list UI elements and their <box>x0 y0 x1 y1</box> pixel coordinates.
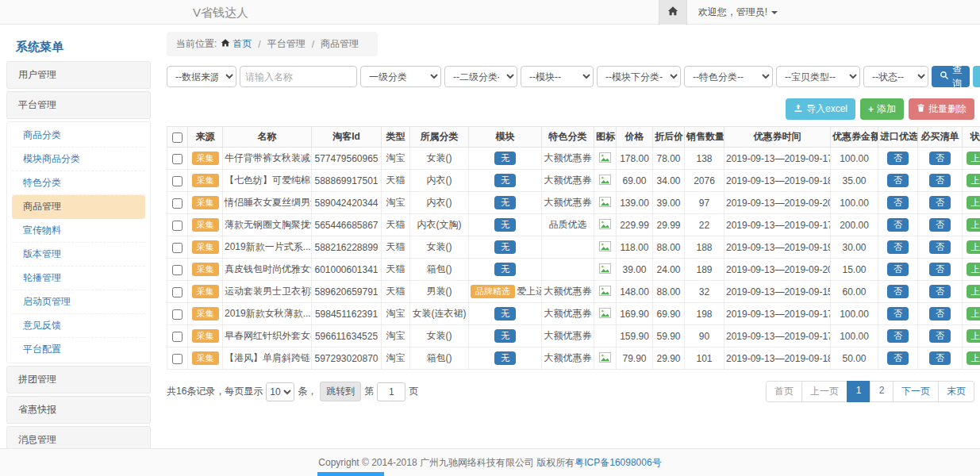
imported-toggle[interactable]: 否 <box>887 285 909 298</box>
sidebar-item-4[interactable]: 省惠快报 <box>6 396 151 424</box>
must-buy-toggle[interactable]: 否 <box>929 263 951 276</box>
discount-price: 88.00 <box>653 281 685 303</box>
imported-toggle[interactable]: 否 <box>887 152 909 165</box>
taoke-id: 589620659791 <box>312 281 382 303</box>
page-button-首页[interactable]: 首页 <box>766 381 802 402</box>
product-type: 淘宝 <box>382 148 410 170</box>
filter-select-7[interactable]: --状态-- <box>863 66 928 87</box>
coupon-amount: 100.00 <box>831 303 878 325</box>
status-badge[interactable]: 上架 <box>967 240 980 254</box>
sidebar-subitem[interactable]: 商品分类 <box>12 124 145 148</box>
must-buy-toggle[interactable]: 否 <box>929 240 951 254</box>
status-badge[interactable]: 上架 <box>967 307 980 321</box>
status-badge[interactable]: 上架 <box>967 285 980 298</box>
sidebar-item-1[interactable]: 用户管理 <box>6 61 151 89</box>
status-badge[interactable]: 上架 <box>967 329 980 343</box>
status-badge[interactable]: 上架 <box>967 351 980 365</box>
row-checkbox[interactable] <box>172 332 183 342</box>
import-excel-button[interactable]: 导入excel <box>786 98 855 120</box>
row-checkbox[interactable] <box>172 265 183 275</box>
row-checkbox[interactable] <box>172 221 183 231</box>
product-category: 男装() <box>410 281 469 303</box>
module-badge: 无 <box>494 174 516 187</box>
row-checkbox[interactable] <box>172 354 183 364</box>
sidebar-subitem[interactable]: 轮播管理 <box>12 267 145 290</box>
per-page-select[interactable]: 10 <box>266 382 294 401</box>
page-button-2[interactable]: 2 <box>870 381 894 402</box>
filter-select-1[interactable]: 一级分类 <box>360 66 441 87</box>
status-badge[interactable]: 上架 <box>967 174 980 187</box>
filter-select-3[interactable]: --模块-- <box>521 66 594 87</box>
row-checkbox[interactable] <box>172 309 183 320</box>
product-category: 内衣() <box>410 192 469 214</box>
imported-toggle[interactable]: 否 <box>887 307 909 321</box>
must-buy-toggle[interactable]: 否 <box>929 218 951 232</box>
sidebar-item-3[interactable]: 拼团管理 <box>6 366 151 393</box>
imported-toggle[interactable]: 否 <box>887 240 909 254</box>
status-badge[interactable]: 上架 <box>967 196 980 209</box>
filter-select-5[interactable]: --特色分类-- <box>684 66 773 87</box>
must-buy-toggle[interactable]: 否 <box>929 152 951 165</box>
thumbnail-icon <box>599 286 611 296</box>
header-home-button[interactable] <box>659 0 687 25</box>
must-buy-toggle[interactable]: 否 <box>929 307 951 321</box>
page-jump-input[interactable] <box>377 382 405 401</box>
source-badge: 采集 <box>192 196 219 209</box>
table-row: 采集2019新款女秋薄款...598451162391淘宝女装(连衣裙)无大额优… <box>167 303 980 325</box>
page-button-上一页[interactable]: 上一页 <box>801 381 847 402</box>
reset-button[interactable]: 重置 <box>973 66 980 87</box>
must-buy-toggle[interactable]: 否 <box>929 329 951 343</box>
must-buy-toggle[interactable]: 否 <box>929 285 951 298</box>
breadcrumb-home-link[interactable]: 首页 <box>221 37 252 51</box>
sidebar-subitem[interactable]: 启动页管理 <box>12 290 145 314</box>
coupon-time: 2019-09-13—2019-09-20 <box>724 259 831 281</box>
jump-button[interactable]: 跳转到 <box>320 382 361 401</box>
imported-toggle[interactable]: 否 <box>887 174 909 187</box>
sales-count: 97 <box>685 192 724 214</box>
imported-toggle[interactable]: 否 <box>887 351 909 365</box>
sidebar-subitem[interactable]: 平台配置 <box>12 338 145 361</box>
row-checkbox[interactable] <box>172 198 183 209</box>
sidebar-subitem[interactable]: 模块商品分类 <box>12 148 145 171</box>
must-buy-toggle[interactable]: 否 <box>929 351 951 365</box>
sidebar-item-2[interactable]: 平台管理 <box>6 91 151 119</box>
row-checkbox[interactable] <box>172 287 183 298</box>
icp-link[interactable]: 粤ICP备16098006号 <box>575 456 661 470</box>
sidebar-subitem[interactable]: 宣传物料 <box>12 219 145 243</box>
imported-toggle[interactable]: 否 <box>887 196 909 209</box>
page-button-下一页[interactable]: 下一页 <box>893 381 939 402</box>
row-checkbox[interactable] <box>172 243 183 253</box>
source-badge: 采集 <box>192 285 219 298</box>
row-checkbox[interactable] <box>172 176 183 186</box>
batch-delete-button[interactable]: 批量删除 <box>909 98 974 120</box>
status-badge[interactable]: 上架 <box>967 218 980 232</box>
coupon-time: 2019-09-13—2019-09-17 <box>724 148 831 170</box>
status-badge[interactable]: 上架 <box>967 263 980 276</box>
select-all-checkbox[interactable] <box>172 132 183 143</box>
imported-toggle[interactable]: 否 <box>887 329 909 343</box>
sidebar-subitem[interactable]: 特色分类 <box>12 171 145 195</box>
must-buy-toggle[interactable]: 否 <box>929 196 951 209</box>
data-source-select[interactable]: --数据来源-- <box>167 66 236 87</box>
name-search-input[interactable] <box>240 66 357 87</box>
sales-count: 189 <box>685 259 724 281</box>
must-buy-toggle[interactable]: 否 <box>929 174 951 187</box>
user-menu[interactable]: 欢迎您，管理员! <box>687 0 778 25</box>
search-button[interactable]: 查询 <box>932 66 970 87</box>
add-button[interactable]: + 添加 <box>860 98 904 120</box>
row-checkbox[interactable] <box>172 154 183 164</box>
page-button-末页[interactable]: 末页 <box>938 381 974 402</box>
filter-select-4[interactable]: --模块下分类-- <box>597 66 681 87</box>
filter-select-6[interactable]: --宝贝类型-- <box>776 66 860 87</box>
imported-toggle[interactable]: 否 <box>887 218 909 232</box>
sidebar-subitem[interactable]: 版本管理 <box>12 243 145 267</box>
filter-select-2[interactable]: --二级分类-- <box>444 66 517 87</box>
sidebar-subitem[interactable]: 意见反馈 <box>12 314 145 338</box>
sidebar-subitem[interactable]: 商品管理 <box>12 195 145 219</box>
product-category: 箱包() <box>410 347 469 370</box>
status-badge[interactable]: 上架 <box>967 152 980 165</box>
thumbnail-icon <box>599 219 611 229</box>
coupon-amount: 200.00 <box>831 214 878 236</box>
imported-toggle[interactable]: 否 <box>887 263 909 276</box>
page-button-1[interactable]: 1 <box>847 381 870 402</box>
